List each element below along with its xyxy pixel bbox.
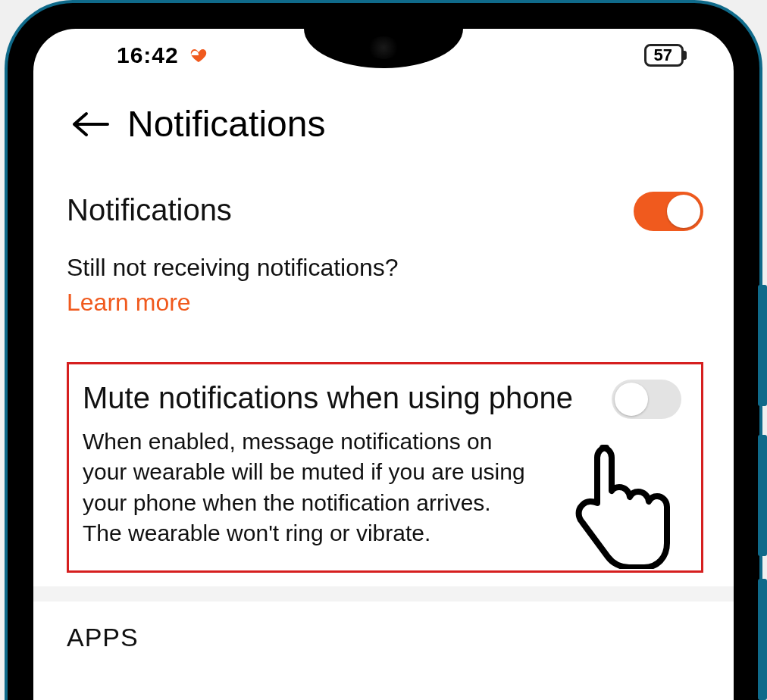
help-block: Still not receiving notifications? Learn… — [67, 252, 703, 317]
page-title: Notifications — [127, 103, 325, 145]
side-button-2 — [758, 435, 767, 556]
mute-title: Mute notifications when using phone — [83, 380, 596, 416]
section-divider — [33, 586, 734, 602]
apps-section-header: APPS — [33, 602, 734, 652]
battery-indicator: 57 — [644, 44, 684, 67]
mute-setting-highlight: Mute notifications when using phone When… — [67, 362, 703, 573]
mute-row: Mute notifications when using phone When… — [83, 380, 681, 549]
screen: 16:42 57 — [33, 29, 734, 700]
status-clock: 16:42 — [117, 42, 179, 68]
help-question: Still not receiving notifications? — [67, 252, 703, 284]
page-header: Notifications — [33, 74, 734, 163]
notifications-toggle[interactable] — [634, 192, 703, 231]
side-button-3 — [758, 579, 767, 700]
back-arrow-icon[interactable] — [71, 109, 111, 139]
mute-description: When enabled, message notifications on y… — [83, 427, 530, 549]
learn-more-link[interactable]: Learn more — [67, 289, 191, 317]
battery-level: 57 — [654, 47, 672, 64]
notifications-row: Notifications — [67, 192, 703, 231]
notifications-label: Notifications — [67, 192, 618, 228]
phone-frame: 16:42 57 — [5, 0, 762, 700]
health-app-icon — [189, 46, 208, 64]
side-button-1 — [758, 285, 767, 406]
mute-toggle[interactable] — [612, 380, 681, 419]
